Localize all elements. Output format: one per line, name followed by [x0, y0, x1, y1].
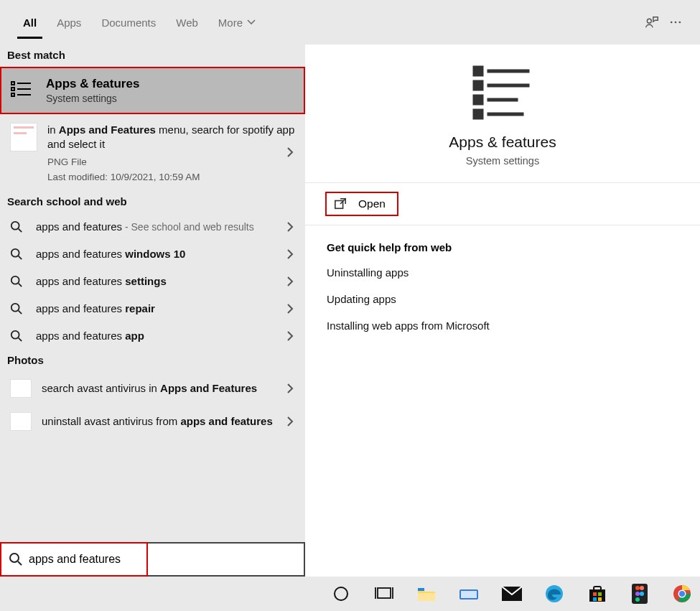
- best-match-result[interactable]: Apps & features System settings: [0, 67, 305, 114]
- chevron-right-icon: [286, 383, 294, 394]
- svg-point-51: [640, 592, 644, 596]
- file-result-modified: Last modified: 10/9/2021, 10:59 AM: [47, 172, 295, 182]
- tab-documents[interactable]: Documents: [91, 9, 166, 36]
- svg-point-3: [679, 22, 681, 24]
- photo-thumbnail-icon: [10, 379, 32, 398]
- file-result-type: PNG File: [47, 157, 295, 167]
- tab-web[interactable]: Web: [166, 9, 208, 36]
- feedback-icon[interactable]: [644, 14, 668, 30]
- taskbar: [0, 577, 700, 611]
- search-filter-tabs: All Apps Documents Web More: [0, 0, 700, 45]
- search-icon: [10, 248, 26, 261]
- svg-point-10: [11, 221, 19, 229]
- web-result[interactable]: apps and features repair: [0, 295, 305, 322]
- help-link[interactable]: Installing web apps from Microsoft: [327, 320, 678, 332]
- svg-rect-35: [418, 593, 435, 601]
- open-button[interactable]: Open: [325, 192, 398, 216]
- svg-line-17: [19, 310, 22, 314]
- search-icon: [10, 302, 26, 315]
- svg-point-2: [675, 22, 677, 24]
- web-result[interactable]: apps and features windows 10: [0, 241, 305, 268]
- chevron-right-icon: [286, 146, 294, 158]
- group-header-best-match: Best match: [0, 45, 305, 67]
- svg-rect-38: [461, 591, 477, 598]
- svg-point-12: [11, 248, 19, 256]
- svg-line-21: [18, 561, 22, 565]
- svg-rect-46: [598, 597, 602, 601]
- svg-rect-28: [475, 111, 482, 118]
- more-options-icon[interactable]: [668, 15, 693, 29]
- mail-icon[interactable]: [500, 582, 523, 606]
- file-explorer-icon[interactable]: [414, 582, 438, 606]
- help-link[interactable]: Updating apps: [327, 293, 678, 305]
- svg-point-20: [10, 554, 19, 562]
- svg-point-14: [11, 276, 19, 284]
- result-preview-panel: Apps & features System settings Open Get…: [305, 45, 700, 577]
- svg-rect-6: [11, 88, 14, 90]
- microsoft-store-icon[interactable]: [585, 582, 609, 606]
- svg-line-15: [19, 283, 22, 286]
- svg-line-13: [19, 256, 22, 259]
- svg-rect-45: [593, 597, 597, 601]
- keyboard-icon[interactable]: [457, 582, 481, 606]
- svg-rect-42: [594, 587, 601, 590]
- svg-rect-4: [11, 82, 14, 85]
- svg-point-18: [11, 330, 19, 338]
- help-link[interactable]: Uninstalling apps: [327, 266, 678, 279]
- photo-result[interactable]: uninstall avast antivirus from apps and …: [0, 405, 305, 438]
- svg-point-50: [635, 592, 640, 596]
- web-result[interactable]: apps and features - See school and web r…: [0, 213, 305, 241]
- svg-rect-44: [598, 592, 602, 596]
- svg-point-48: [635, 586, 640, 590]
- chevron-right-icon: [286, 248, 294, 260]
- preview-title: Apps & features: [449, 134, 556, 151]
- best-match-subtitle: System settings: [46, 93, 139, 104]
- search-input-container[interactable]: [0, 542, 305, 577]
- web-result[interactable]: apps and features settings: [0, 268, 305, 295]
- tab-apps[interactable]: Apps: [47, 9, 91, 36]
- search-icon: [10, 220, 26, 233]
- chrome-icon[interactable]: [671, 582, 694, 606]
- search-icon: [10, 275, 26, 288]
- search-icon: [9, 552, 23, 566]
- svg-point-16: [11, 303, 19, 311]
- figma-icon[interactable]: [627, 582, 651, 606]
- chevron-right-icon: [286, 303, 294, 314]
- photo-result[interactable]: search avast antivirus in Apps and Featu…: [0, 372, 305, 405]
- svg-point-55: [679, 591, 685, 597]
- search-results-panel: Best match Apps & features System settin…: [0, 45, 305, 577]
- svg-point-0: [647, 19, 651, 23]
- chevron-down-icon: [247, 19, 256, 25]
- search-input[interactable]: [29, 553, 297, 566]
- web-result[interactable]: apps and features app: [0, 322, 305, 350]
- apps-features-large-icon: [472, 65, 533, 121]
- svg-line-19: [19, 337, 22, 341]
- file-result[interactable]: in Apps and Features menu, search for sp…: [0, 114, 305, 191]
- search-icon: [10, 330, 26, 342]
- svg-rect-32: [378, 588, 391, 598]
- tab-more[interactable]: More: [208, 9, 266, 36]
- svg-point-52: [635, 597, 640, 602]
- edge-browser-icon[interactable]: [542, 582, 566, 606]
- photo-thumbnail-icon: [10, 412, 32, 431]
- chevron-right-icon: [286, 330, 294, 342]
- svg-rect-24: [475, 82, 482, 89]
- best-match-title: Apps & features: [46, 77, 139, 91]
- chevron-right-icon: [286, 276, 294, 287]
- quick-help-heading: Get quick help from web: [327, 241, 678, 253]
- preview-subtitle: System settings: [466, 155, 539, 167]
- file-thumbnail-icon: [10, 123, 37, 151]
- apps-features-list-icon: [7, 78, 36, 103]
- group-header-school-web: Search school and web: [0, 191, 305, 213]
- chevron-right-icon: [286, 416, 294, 427]
- tab-all[interactable]: All: [13, 9, 47, 36]
- svg-rect-41: [589, 589, 605, 602]
- group-header-photos: Photos: [0, 350, 305, 372]
- cortana-icon[interactable]: [329, 582, 353, 606]
- svg-point-49: [640, 586, 644, 590]
- task-view-icon[interactable]: [372, 582, 396, 606]
- svg-rect-8: [11, 93, 14, 96]
- open-button-label: Open: [358, 197, 386, 210]
- svg-rect-22: [475, 67, 482, 75]
- file-result-title: in Apps and Features menu, search for sp…: [47, 123, 295, 152]
